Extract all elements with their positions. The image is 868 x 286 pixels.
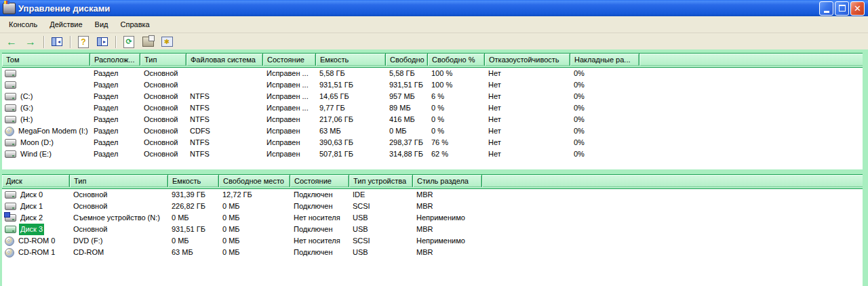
menu-action[interactable]: Действие [43, 19, 88, 30]
column-header-filesystem[interactable]: Файловая система [186, 54, 263, 66]
disk-icon [5, 226, 16, 233]
table-row[interactable]: Диск 2 Съемное устройство (N:) 0 МБ 0 МБ… [2, 212, 863, 224]
show-action-pane-button[interactable]: ▸ [94, 34, 111, 50]
pane-splitter[interactable] [2, 169, 863, 174]
column-header-status[interactable]: Состояние [263, 54, 316, 66]
volume-icon [5, 104, 16, 112]
table-row[interactable]: Wind (E:) Раздел Основной NTFS Исправен … [2, 148, 863, 160]
volume-overhead: 0% [570, 148, 639, 160]
column-header-free-pct[interactable]: Свободно % [428, 54, 485, 66]
volume-filesystem: CDFS [186, 125, 263, 137]
minimize-icon [824, 11, 829, 13]
disk-free-space: 0 МБ [219, 247, 290, 258]
back-button[interactable]: ← [3, 34, 20, 50]
column-header-status[interactable]: Состояние [290, 175, 349, 187]
volume-status: Исправен ... [263, 102, 316, 114]
show-console-tree-button[interactable]: ◂ [48, 34, 66, 50]
volume-layout: Раздел [90, 114, 140, 125]
volume-icon [5, 93, 16, 100]
window-title: Управление дисками [18, 3, 819, 14]
table-row[interactable]: (C:) Раздел Основной NTFS Исправен ... 1… [2, 91, 863, 102]
volume-fault-tolerance: Нет [485, 148, 570, 160]
volume-fault-tolerance: Нет [485, 68, 570, 79]
volume-status: Исправен ... [263, 79, 316, 91]
disk-status: Нет носителя [290, 235, 349, 247]
column-header-capacity[interactable]: Емкость [316, 54, 386, 66]
help-button[interactable]: ? [75, 34, 92, 50]
forward-button[interactable]: → [22, 34, 39, 50]
volume-type: Основной [140, 91, 186, 102]
column-header-type[interactable]: Тип [140, 54, 186, 66]
table-row[interactable]: CD-ROM 1 CD-ROM 63 МБ 0 МБ Подключен USB… [2, 247, 863, 258]
table-row[interactable]: Moon (D:) Раздел Основной NTFS Исправен … [2, 137, 863, 148]
disk-device-type: SCSI [349, 201, 413, 212]
column-header-fault-tolerance[interactable]: Отказоустойчивость [485, 54, 570, 66]
volume-filesystem: NTFS [186, 91, 263, 102]
column-header-disk[interactable]: Диск [2, 175, 70, 187]
help-icon: ? [78, 36, 89, 48]
toolbar-separator [70, 36, 71, 48]
cd-rom-icon [5, 237, 14, 246]
table-row-selected[interactable]: Диск 3 Основной 931,51 ГБ 0 МБ Подключен… [2, 224, 863, 235]
volume-capacity: 507,81 ГБ [316, 148, 386, 160]
volume-icon [5, 150, 16, 158]
volume-overhead: 0% [570, 91, 639, 102]
column-header-free-space[interactable]: Свободное место [219, 175, 290, 187]
disk-name: Диск 2 [19, 212, 44, 224]
refresh-button[interactable]: ⟳ [120, 34, 138, 50]
volume-type: Основной [140, 148, 186, 160]
table-row[interactable]: CD-ROM 0 DVD (F:) 0 МБ 0 МБ Нет носителя… [2, 235, 863, 247]
disk-capacity: 931,39 ГБ [168, 189, 219, 201]
disk-free-space: 0 МБ [219, 212, 290, 224]
removable-disk-icon [5, 214, 16, 222]
volume-type: Основной [140, 79, 186, 91]
extensions-button[interactable]: ✱ [158, 34, 176, 50]
menu-console[interactable]: Консоль [3, 19, 43, 30]
menu-view[interactable]: Вид [89, 19, 115, 30]
volume-capacity: 9,77 ГБ [316, 102, 386, 114]
disk-capacity: 931,51 ГБ [168, 224, 219, 235]
app-icon [3, 3, 16, 14]
column-header-overhead[interactable]: Накладные ра... [570, 54, 639, 66]
disk-status: Подключен [290, 224, 349, 235]
table-row[interactable]: (G:) Раздел Основной NTFS Исправен ... 9… [2, 102, 863, 114]
volume-capacity: 390,63 ГБ [316, 137, 386, 148]
volume-type: Основной [140, 137, 186, 148]
table-row[interactable]: Раздел Основной Исправен ... 5,58 ГБ 5,5… [2, 68, 863, 79]
volume-overhead: 0% [570, 137, 639, 148]
disk-name: Диск 0 [19, 189, 44, 201]
volume-capacity: 5,58 ГБ [316, 68, 386, 79]
titlebar[interactable]: Управление дисками ✕ [0, 0, 868, 16]
table-row[interactable]: (H:) Раздел Основной NTFS Исправен 217,0… [2, 114, 863, 125]
table-row[interactable]: MegaFon Modem (I:) Раздел Основной CDFS … [2, 125, 863, 137]
column-header-volume[interactable]: Том [2, 54, 90, 66]
properties-button[interactable] [139, 34, 157, 50]
volume-filesystem [186, 68, 263, 79]
volume-layout: Раздел [90, 148, 140, 160]
restore-button[interactable] [835, 1, 849, 16]
disk-type: Основной [70, 224, 168, 235]
toolbar-separator [43, 36, 44, 48]
disk-status: Подключен [290, 247, 349, 258]
column-header-free[interactable]: Свободно [386, 54, 428, 66]
volume-fault-tolerance: Нет [485, 91, 570, 102]
table-row[interactable]: Раздел Основной Исправен ... 931,51 ГБ 9… [2, 79, 863, 91]
column-header-type[interactable]: Тип [70, 175, 168, 187]
table-row[interactable]: Диск 0 Основной 931,39 ГБ 12,72 ГБ Подкл… [2, 189, 863, 201]
menu-help[interactable]: Справка [115, 19, 156, 30]
show-console-tree-icon: ◂ [52, 37, 62, 46]
volume-status: Исправен [263, 125, 316, 137]
table-row[interactable]: Диск 1 Основной 226,82 ГБ 0 МБ Подключен… [2, 201, 863, 212]
disk-name: Диск 3 [19, 224, 44, 235]
column-header-capacity[interactable]: Емкость [168, 175, 219, 187]
column-header-partition-style[interactable]: Стиль раздела [413, 175, 482, 187]
minimize-button[interactable] [819, 1, 833, 16]
column-header-device-type[interactable]: Тип устройства [349, 175, 413, 187]
column-header-layout[interactable]: Располож... [90, 54, 140, 66]
volume-icon [5, 81, 16, 89]
volume-capacity: 14,65 ГБ [316, 91, 386, 102]
volume-name: MegaFon Modem (I:) [17, 125, 90, 137]
volume-icon [5, 139, 16, 146]
close-button[interactable]: ✕ [850, 1, 865, 16]
volume-filesystem: NTFS [186, 148, 263, 160]
